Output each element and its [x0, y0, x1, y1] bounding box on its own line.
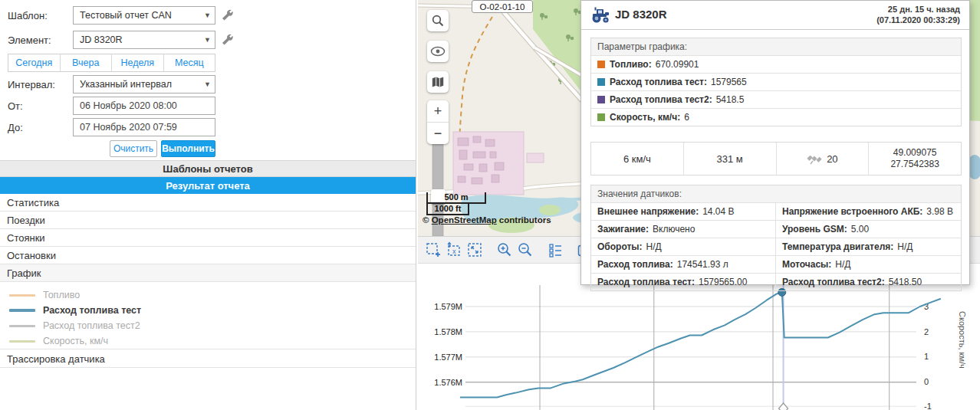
sensor-label: Расход топлива: — [597, 259, 673, 270]
report-result-tab-active[interactable]: Результат отчета — [0, 177, 416, 194]
chart-params-table: Параметры графика: Топливо: 670.09901 Ра… — [590, 38, 962, 126]
legend-line-swatch — [9, 325, 35, 327]
legend-line-swatch — [9, 309, 35, 312]
execute-button[interactable]: Выполнить — [161, 140, 215, 157]
search-icon — [431, 14, 445, 28]
section-stops[interactable]: Остановки — [0, 247, 416, 264]
legend-item-fuel-consumption-test2[interactable]: Расход топлива тест2 — [9, 319, 140, 333]
sensor-label: Расход топлива тест2: — [782, 277, 885, 287]
map-attribution: © OpenStreetMap contributors — [423, 215, 551, 225]
altitude-cell: 331 м — [684, 143, 777, 175]
latitude: 49.009075 — [893, 147, 937, 159]
range-today-button[interactable]: Сегодня — [8, 54, 61, 71]
svg-text:Скорость, км/ч: Скорость, км/ч — [958, 311, 967, 369]
sensor-values-table: Значения датчиков: Внешнее напряжение:14… — [590, 185, 962, 291]
satellites-cell: 20 — [777, 143, 870, 175]
sensor-value: Н/Д — [646, 241, 662, 252]
chevron-down-icon: ▼ — [204, 7, 211, 24]
param-label: Расход топлива тест: — [610, 77, 707, 87]
param-value: 5418.5 — [716, 94, 745, 105]
section-statistics[interactable]: Статистика — [0, 194, 416, 212]
param-label: Топливо: — [610, 59, 652, 70]
from-date-input[interactable] — [73, 97, 215, 115]
svg-text:1.579M: 1.579M — [434, 302, 462, 311]
coordinates-cell: 49.009075 27.7542383 — [869, 143, 961, 175]
map-search-button[interactable] — [427, 10, 449, 31]
map-visibility-button[interactable] — [427, 41, 449, 62]
longitude: 27.7542383 — [890, 159, 939, 170]
openstreetmap-link[interactable]: OpenStreetMap — [432, 215, 497, 225]
chart-zoom-out-button[interactable] — [516, 241, 534, 259]
sensor-label: Обороты: — [597, 241, 643, 252]
template-settings-wrench-icon[interactable] — [220, 8, 234, 21]
section-parkings[interactable]: Стоянки — [0, 229, 416, 247]
element-settings-wrench-icon[interactable] — [220, 32, 234, 46]
element-label: Элемент: — [8, 34, 51, 46]
map-icon — [430, 76, 446, 88]
chart-legend-button[interactable] — [546, 241, 564, 259]
chart-legend: Топливо Расход топлива тест Расход топли… — [0, 282, 416, 349]
svg-text:0: 0 — [924, 377, 929, 386]
element-select[interactable]: JD 8320R ▼ — [73, 31, 215, 49]
sensor-value: 14.04 В — [702, 206, 734, 217]
chart-zoom-area-button[interactable] — [424, 241, 442, 259]
sensor-value: Н/Д — [835, 259, 850, 270]
sensor-label: Зажигание: — [597, 224, 649, 235]
legend-line-swatch — [9, 294, 35, 297]
fuel-test-color-swatch — [597, 78, 605, 86]
sensor-label: Напряжение встроенного АКБ: — [782, 206, 922, 217]
legend-item-fuel[interactable]: Топливо — [9, 288, 80, 302]
section-trips[interactable]: Поездки — [0, 212, 416, 229]
template-label: Шаблон: — [8, 10, 48, 21]
sensor-label: Расход топлива тест: — [597, 277, 695, 287]
fuel-color-swatch — [597, 61, 605, 68]
clear-button[interactable]: Очистить — [110, 140, 157, 157]
sensor-label: Уровень GSM: — [782, 224, 847, 235]
report-panel: Шаблон: Тестовый отчет CAN ▼ Элемент: JD… — [0, 0, 416, 410]
chart-fit-button[interactable] — [465, 241, 484, 259]
map-scale-imperial: 1000 ft — [426, 204, 469, 215]
sensor-value: 174541.93 л — [677, 259, 728, 270]
sensor-value: 5.00 — [851, 224, 869, 235]
range-month-button[interactable]: Месяц — [164, 54, 215, 71]
satellites-count: 20 — [827, 153, 837, 165]
svg-text:1.578M: 1.578M — [434, 327, 462, 336]
unit-info-popup: JD 8320R 25 дн. 15 ч. назад (07.11.2020 … — [580, 0, 970, 285]
zoom-in-button[interactable]: + — [427, 100, 449, 122]
svg-text:1.577M: 1.577M — [434, 353, 462, 362]
legend-item-speed[interactable]: Скорость, км/ч — [9, 334, 108, 348]
chevron-down-icon: ▼ — [204, 31, 211, 48]
chart-zoom-in-button[interactable] — [495, 241, 514, 259]
range-week-button[interactable]: Неделя — [112, 54, 164, 71]
report-templates-header[interactable]: Шаблоны отчетов — [0, 160, 416, 177]
param-row-fuel-test2: Расход топлива тест2: 5418.5 — [591, 90, 961, 108]
section-chart[interactable]: График — [0, 264, 416, 282]
range-yesterday-button[interactable]: Вчера — [61, 54, 113, 71]
sensor-label: Внешнее напряжение: — [597, 206, 699, 217]
table-row: Зажигание:Включено Уровень GSM:5.00 — [591, 220, 961, 238]
from-label: От: — [8, 100, 23, 112]
map-layers-button[interactable] — [427, 71, 449, 93]
param-row-fuel: Топливо: 670.09901 — [591, 55, 961, 73]
interval-select[interactable]: Указанный интервал ▼ — [73, 75, 215, 93]
svg-text:x: x — [452, 248, 456, 255]
attribution-suffix: contributors — [497, 215, 551, 225]
sensor-value: Н/Д — [897, 241, 913, 252]
app-window: Шаблон: Тестовый отчет CAN ▼ Элемент: JD… — [0, 0, 980, 410]
sensor-label: Моточасы: — [782, 259, 831, 270]
legend-item-fuel-consumption-test[interactable]: Расход топлива тест — [9, 303, 141, 317]
legend-label: Расход топлива тест — [43, 305, 141, 316]
popup-header: JD 8320R 25 дн. 15 ч. назад (07.11.2020 … — [581, 1, 969, 30]
svg-text:1: 1 — [924, 352, 929, 361]
tractor-icon — [590, 7, 610, 24]
eye-icon — [430, 46, 446, 57]
section-sensor-tracing[interactable]: Трассировка датчика — [0, 350, 416, 368]
template-select[interactable]: Тестовый отчет CAN ▼ — [73, 6, 215, 25]
chart-zoom-x-button[interactable]: x — [445, 241, 463, 259]
speed-color-swatch — [597, 113, 605, 121]
zoom-out-button[interactable]: − — [427, 123, 449, 144]
to-date-input[interactable] — [73, 118, 215, 136]
table-row: Внешнее напряжение:14.04 В Напряжение вс… — [591, 202, 961, 220]
table-row: Расход топлива тест:1579565.00 Расход то… — [591, 273, 961, 290]
fuel-test2-color-swatch — [597, 96, 605, 103]
